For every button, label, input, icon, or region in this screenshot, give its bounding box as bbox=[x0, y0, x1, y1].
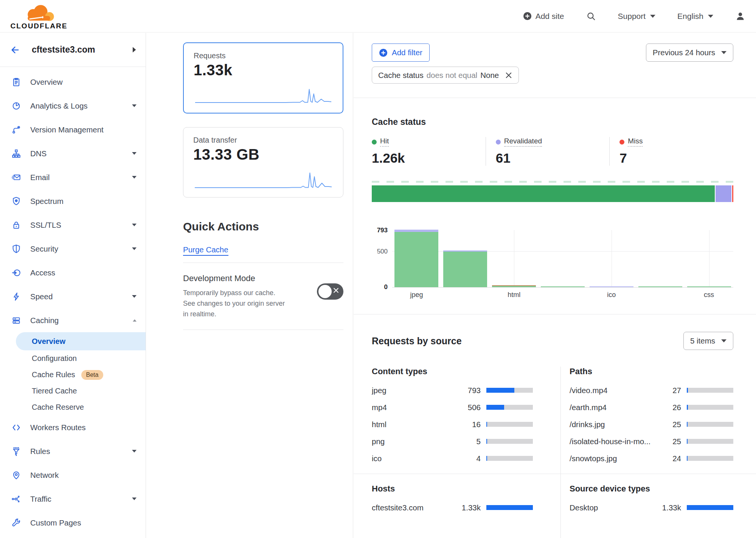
filter-chip-value: None bbox=[480, 71, 499, 80]
revalidated-label[interactable]: Revalidated bbox=[504, 137, 542, 147]
divider bbox=[183, 330, 343, 330]
sidebar-item-rules[interactable]: Rules bbox=[0, 439, 146, 463]
development-mode-title: Development Mode bbox=[183, 274, 288, 283]
sidebar-item-workers-routes[interactable]: Workers Routes bbox=[0, 415, 146, 439]
sidebar-item-traffic[interactable]: Traffic bbox=[0, 487, 146, 511]
sidebar: cftestsite3.com Overview Analytics & Log… bbox=[0, 33, 146, 538]
x-tick-label: html bbox=[490, 291, 539, 299]
content-types-table: Content types jpeg 793 mp4 506 html 16 bbox=[372, 367, 552, 467]
chevron-right-icon[interactable] bbox=[132, 47, 137, 53]
cloudflare-logo[interactable]: CLOUDFLARE bbox=[7, 2, 71, 30]
plot-area bbox=[392, 230, 733, 288]
progress-bar bbox=[687, 388, 733, 393]
sidebar-nav: Overview Analytics & Logs Version Manage… bbox=[0, 67, 146, 535]
beta-badge: Beta bbox=[81, 370, 104, 380]
sidebar-item-email[interactable]: Email bbox=[0, 165, 146, 189]
sidebar-subitem-cache-rules[interactable]: Cache Rules Beta bbox=[0, 367, 146, 383]
bar-segment-hit bbox=[443, 252, 487, 287]
progress-bar bbox=[486, 422, 533, 427]
progress-bar bbox=[486, 439, 533, 444]
code-brackets-icon bbox=[11, 423, 22, 432]
sidebar-item-ssl-tls[interactable]: SSL/TLS bbox=[0, 213, 146, 237]
bar-segment-hit bbox=[638, 286, 682, 287]
shield-icon bbox=[11, 244, 22, 254]
items-count-select[interactable]: 5 items bbox=[683, 332, 733, 350]
cloudflare-wordmark: CLOUDFLARE bbox=[11, 22, 68, 30]
lock-icon bbox=[11, 220, 22, 230]
quick-actions-title: Quick Actions bbox=[183, 220, 343, 233]
data-transfer-card[interactable]: Data transfer 13.33 GB bbox=[183, 127, 343, 197]
bar-segment-hit bbox=[394, 232, 438, 287]
shield-gear-icon bbox=[11, 196, 22, 206]
table-row: /snowtops.jpg 24 bbox=[570, 450, 733, 467]
language-menu[interactable]: English bbox=[677, 12, 713, 21]
time-range-select[interactable]: Previous 24 hours bbox=[646, 44, 733, 62]
purge-cache-link[interactable]: Purge Cache bbox=[183, 245, 228, 256]
miss-label[interactable]: Miss bbox=[628, 137, 643, 147]
requests-sparkline bbox=[194, 86, 333, 107]
site-switcher[interactable]: cftestsite3.com bbox=[0, 33, 146, 67]
chevron-down-icon bbox=[132, 247, 137, 250]
sidebar-subitem-tiered-cache[interactable]: Tiered Cache bbox=[0, 383, 146, 399]
envelope-icon bbox=[11, 173, 22, 182]
sidebar-item-spectrum[interactable]: Spectrum bbox=[0, 189, 146, 213]
sidebar-item-version-management[interactable]: Version Management bbox=[0, 118, 146, 141]
user-icon bbox=[735, 11, 745, 21]
table-row: /earth.mp4 26 bbox=[570, 399, 733, 416]
chevron-down-icon bbox=[132, 498, 137, 500]
progress-bar bbox=[687, 456, 733, 461]
requests-card-value: 1.33k bbox=[194, 62, 333, 79]
sidebar-subitem-caching-overview[interactable]: Overview bbox=[16, 332, 146, 350]
sidebar-item-caching[interactable]: Caching bbox=[0, 308, 146, 332]
revalidated-legend-dot bbox=[496, 140, 501, 145]
stacked-miss-segment bbox=[731, 185, 733, 202]
bar-segment-revalidated bbox=[590, 286, 633, 287]
source-device-types-title: Source device types bbox=[570, 484, 733, 494]
plus-circle-icon bbox=[523, 12, 532, 20]
sidebar-subitem-cache-reserve[interactable]: Cache Reserve bbox=[0, 399, 146, 415]
filter-chip[interactable]: Cache status does not equal None bbox=[372, 67, 519, 84]
search-button[interactable] bbox=[586, 11, 596, 21]
divider bbox=[354, 474, 756, 474]
sidebar-item-dns[interactable]: DNS bbox=[0, 141, 146, 165]
share-network-icon bbox=[11, 494, 22, 504]
paths-table: Paths /video.mp4 27 /earth.mp4 26 /drink… bbox=[570, 367, 733, 467]
server-stack-icon bbox=[11, 316, 22, 325]
summary-column: Requests 1.33k Data transfer 13.33 GB Qu… bbox=[146, 33, 353, 538]
filter-chip-field: Cache status bbox=[378, 71, 424, 80]
y-tick-793: 793 bbox=[377, 227, 388, 234]
development-mode-toggle[interactable] bbox=[317, 283, 343, 300]
hit-label[interactable]: Hit bbox=[380, 137, 389, 147]
search-icon bbox=[586, 11, 596, 21]
back-arrow-icon[interactable] bbox=[10, 45, 20, 55]
table-row: /isolated-house-in-mo... 25 bbox=[570, 433, 733, 450]
divider bbox=[354, 98, 756, 98]
sidebar-item-security[interactable]: Security bbox=[0, 237, 146, 261]
chevron-down-icon bbox=[650, 15, 655, 18]
bar-column bbox=[636, 230, 685, 287]
support-menu[interactable]: Support bbox=[618, 12, 656, 21]
account-avatar[interactable] bbox=[735, 11, 745, 21]
add-filter-button[interactable]: Add filter bbox=[372, 44, 430, 62]
chevron-down-icon bbox=[132, 152, 137, 155]
sidebar-subitem-configuration[interactable]: Configuration bbox=[0, 350, 146, 367]
hosts-title: Hosts bbox=[372, 484, 533, 494]
sidebar-item-speed[interactable]: Speed bbox=[0, 285, 146, 308]
close-icon[interactable] bbox=[505, 72, 512, 79]
table-row: png 5 bbox=[372, 433, 533, 450]
sidebar-item-analytics-logs[interactable]: Analytics & Logs bbox=[0, 94, 146, 118]
sidebar-item-custom-pages[interactable]: Custom Pages bbox=[0, 511, 146, 535]
cloudflare-cloud-icon bbox=[18, 2, 60, 23]
bar-column bbox=[490, 230, 539, 287]
sidebar-item-network[interactable]: Network bbox=[0, 463, 146, 487]
bar-column bbox=[685, 230, 733, 287]
analytics-pane: Add filter Cache status does not equal N… bbox=[354, 33, 756, 538]
sidebar-item-overview[interactable]: Overview bbox=[0, 70, 146, 94]
progress-bar bbox=[486, 456, 533, 461]
y-tick-0: 0 bbox=[384, 283, 388, 291]
requests-card[interactable]: Requests 1.33k bbox=[183, 42, 343, 114]
chevron-down-icon bbox=[132, 104, 137, 107]
sidebar-item-access[interactable]: Access bbox=[0, 261, 146, 285]
add-site-button[interactable]: Add site bbox=[523, 12, 564, 21]
top-bar: CLOUDFLARE Add site Support English bbox=[0, 0, 756, 33]
